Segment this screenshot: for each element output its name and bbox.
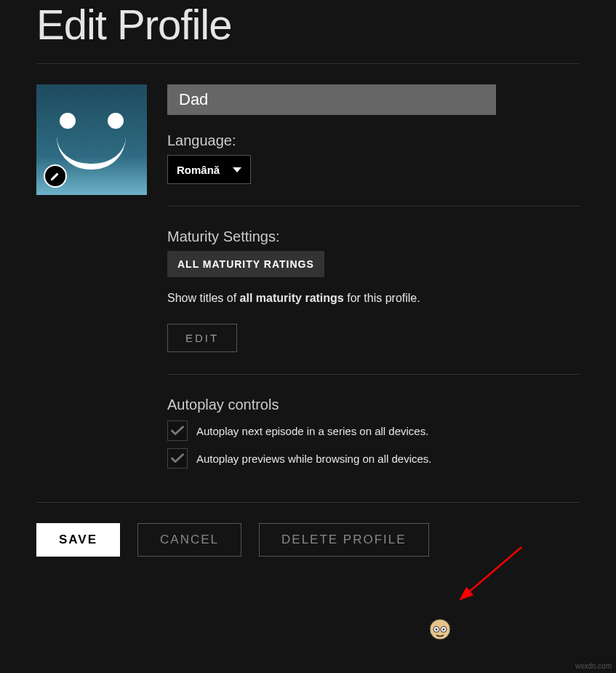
autoplay-preview-label: Autoplay previews while browsing on all … xyxy=(196,453,432,465)
maturity-label: Maturity Settings: xyxy=(167,228,580,245)
svg-point-4 xyxy=(436,629,438,631)
section-divider-1 xyxy=(167,206,580,207)
footer-divider xyxy=(36,502,580,503)
autoplay-section: Autoplay controls Autoplay next episode … xyxy=(167,397,580,469)
cancel-button[interactable]: CANCEL xyxy=(137,523,241,557)
save-button[interactable]: SAVE xyxy=(36,523,120,557)
pencil-icon xyxy=(50,171,60,181)
language-field: Language: Română xyxy=(167,132,580,184)
maturity-desc-bold: all maturity ratings xyxy=(240,292,344,304)
footer-actions: SAVE CANCEL DELETE PROFILE xyxy=(36,523,580,578)
section-divider-2 xyxy=(167,374,580,375)
avatar[interactable] xyxy=(36,84,147,195)
language-value: Română xyxy=(177,164,220,176)
autoplay-preview-checkbox[interactable] xyxy=(167,448,188,469)
autoplay-next-checkbox[interactable] xyxy=(167,421,188,441)
maturity-badge: ALL MATURITY RATINGS xyxy=(167,251,324,277)
avatar-eye-left xyxy=(60,113,76,129)
caret-down-icon xyxy=(233,167,241,172)
form-column: Language: Română Maturity Settings: ALL … xyxy=(167,84,580,469)
check-icon xyxy=(171,426,184,436)
autoplay-next-label: Autoplay next episode in a series on all… xyxy=(196,425,428,437)
svg-point-5 xyxy=(443,629,445,631)
autoplay-heading: Autoplay controls xyxy=(167,397,580,413)
page-title: Edit Profile xyxy=(36,0,580,49)
check-icon xyxy=(171,453,184,463)
watermark: wsxdn.com xyxy=(575,662,612,670)
page-header: Edit Profile xyxy=(36,0,580,63)
avatar-column xyxy=(36,84,147,469)
maturity-desc-prefix: Show titles of xyxy=(167,292,240,304)
avatar-edit-button[interactable] xyxy=(44,164,67,188)
autoplay-row-1: Autoplay next episode in a series on all… xyxy=(167,421,580,441)
maturity-section: Maturity Settings: ALL MATURITY RATINGS … xyxy=(167,228,580,352)
maturity-description: Show titles of all maturity ratings for … xyxy=(167,290,580,306)
delete-profile-button[interactable]: DELETE PROFILE xyxy=(259,523,429,557)
language-label: Language: xyxy=(167,132,580,149)
avatar-smile xyxy=(57,137,126,170)
avatar-eye-right xyxy=(108,113,124,129)
profile-name-input[interactable] xyxy=(167,84,496,115)
svg-point-1 xyxy=(430,619,450,640)
language-select[interactable]: Română xyxy=(167,155,251,184)
maturity-desc-suffix: for this profile. xyxy=(344,292,420,304)
svg-point-2 xyxy=(433,626,439,632)
mascot-icon xyxy=(424,612,456,644)
svg-point-3 xyxy=(441,626,447,632)
edit-maturity-button[interactable]: EDIT xyxy=(167,324,237,352)
autoplay-row-2: Autoplay previews while browsing on all … xyxy=(167,448,580,469)
profile-content: Language: Română Maturity Settings: ALL … xyxy=(36,64,580,482)
